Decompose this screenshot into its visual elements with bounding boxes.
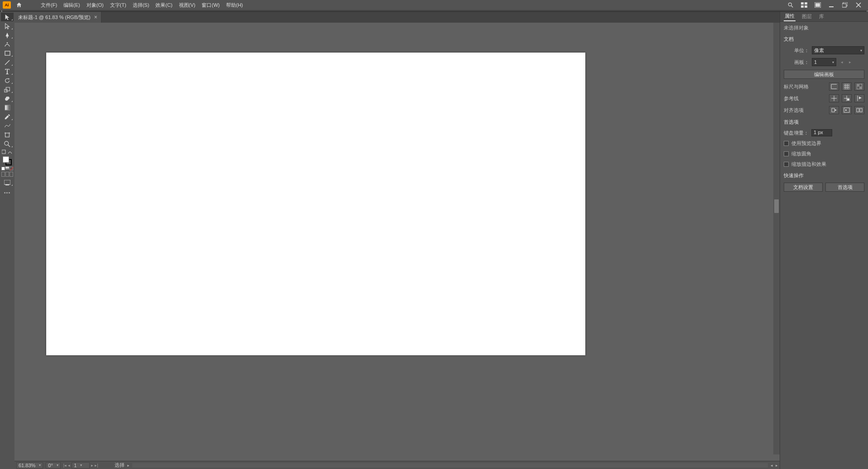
screen-mode-icon[interactable] <box>814 1 822 9</box>
color-none-icon[interactable] <box>10 167 13 170</box>
menu-effect[interactable]: 效果(C) <box>153 1 175 10</box>
menu-select[interactable]: 选择(S) <box>130 1 152 10</box>
align-selection-icon[interactable] <box>854 106 864 114</box>
keyboard-increment-label: 键盘增量： <box>784 130 809 136</box>
nav-last-icon[interactable]: ▸| <box>95 463 98 468</box>
fill-stroke-swatch[interactable] <box>3 156 12 165</box>
draw-behind-icon[interactable] <box>5 172 9 177</box>
section-document: 文档 <box>784 36 864 43</box>
menu-type[interactable]: 文字(T) <box>107 1 129 10</box>
tool-misc-row[interactable] <box>1 149 14 155</box>
color-mode-row[interactable] <box>1 167 13 170</box>
tool-rectangle[interactable] <box>1 49 14 58</box>
document-setup-button[interactable]: 文档设置 <box>784 183 823 192</box>
tool-eyedropper[interactable] <box>1 112 14 121</box>
hscroll-left-icon[interactable]: ◂ <box>771 463 773 468</box>
section-quick: 快速操作 <box>784 172 864 179</box>
guides-lock-icon[interactable] <box>842 94 852 102</box>
menu-help[interactable]: 帮助(H) <box>223 1 246 10</box>
menu-file[interactable]: 文件(F) <box>38 1 60 10</box>
status-menu-icon[interactable]: ▸ <box>127 463 130 468</box>
tool-zoom[interactable] <box>1 140 14 148</box>
svg-point-24 <box>5 141 9 145</box>
tool-gradient[interactable] <box>1 103 14 112</box>
scrollbar-thumb[interactable] <box>774 199 779 213</box>
tool-type[interactable] <box>1 67 14 76</box>
svg-rect-36 <box>847 99 849 101</box>
fill-color[interactable] <box>3 156 9 163</box>
vertical-scrollbar[interactable] <box>773 23 780 454</box>
artboard-index-field[interactable]: 1 <box>72 462 90 469</box>
document-tab[interactable]: 未标题-1 @ 61.83 % (RGB/预览) × <box>14 12 101 23</box>
tool-selection[interactable] <box>1 13 14 21</box>
grid-icon[interactable] <box>842 82 852 91</box>
svg-rect-26 <box>2 150 5 154</box>
align-key-object-icon[interactable] <box>829 106 839 114</box>
window-restore-icon[interactable] <box>841 1 849 9</box>
preferences-button[interactable]: 首选项 <box>825 183 864 192</box>
nav-first-icon[interactable]: |◂ <box>63 463 67 468</box>
ruler-icon[interactable] <box>829 82 839 91</box>
tool-artboard[interactable] <box>1 131 14 139</box>
edit-toolbar-icon[interactable]: ••• <box>4 190 11 195</box>
svg-rect-40 <box>857 108 859 112</box>
artboard-select[interactable]: 1 <box>812 58 836 66</box>
expand-right-icon[interactable]: ‹‹ <box>867 9 867 13</box>
edit-artboard-button[interactable]: 编辑画板 <box>784 70 864 79</box>
search-icon[interactable] <box>786 1 795 9</box>
units-select[interactable]: 像素 <box>812 46 864 54</box>
tool-pen[interactable] <box>1 31 14 39</box>
horizontal-scrollbar[interactable] <box>132 463 768 468</box>
draw-inside-icon[interactable] <box>10 172 13 177</box>
tool-line[interactable] <box>1 58 14 67</box>
guides-show-icon[interactable] <box>829 94 839 102</box>
window-minimize-icon[interactable] <box>827 1 835 9</box>
artboard[interactable] <box>46 53 585 355</box>
tool-curvature[interactable] <box>1 40 14 48</box>
menu-window[interactable]: 窗口(W) <box>199 1 222 10</box>
window-close-icon[interactable] <box>854 1 863 9</box>
tool-blend[interactable] <box>1 121 14 130</box>
home-icon[interactable] <box>15 1 23 9</box>
artboard-next-icon[interactable]: ▸ <box>847 60 853 64</box>
checkbox-scale-corners[interactable]: 缩放圆角 <box>784 150 864 157</box>
tab-properties[interactable]: 属性 <box>784 12 796 21</box>
section-guides: 参考线 <box>784 95 826 102</box>
nav-next-icon[interactable]: ▸ <box>91 463 93 468</box>
smart-guides-icon[interactable] <box>854 94 864 102</box>
align-artboard-icon[interactable] <box>842 106 852 114</box>
artboard-prev-icon[interactable]: ◂ <box>839 60 844 64</box>
draw-normal-icon[interactable] <box>1 172 5 177</box>
canvas[interactable] <box>14 23 780 461</box>
nav-prev-icon[interactable]: ◂ <box>68 463 70 468</box>
tab-layers[interactable]: 图层 <box>801 12 813 21</box>
hscroll-right-icon[interactable]: ▸ <box>776 463 778 468</box>
checkbox-scale-strokes[interactable]: 缩放描边和效果 <box>784 161 864 168</box>
draw-mode-row[interactable] <box>1 172 13 177</box>
tool-direct-selection[interactable] <box>1 22 14 30</box>
keyboard-increment-input[interactable]: 1 px <box>811 129 832 136</box>
transparency-grid-icon[interactable] <box>854 82 864 91</box>
menu-object[interactable]: 对象(O) <box>84 1 106 10</box>
rotation-field[interactable]: 0° <box>46 462 61 469</box>
app-logo-icon: Ai <box>3 1 11 9</box>
artboard-label: 画板： <box>784 59 809 66</box>
tab-libraries[interactable]: 库 <box>818 12 825 21</box>
close-tab-icon[interactable]: × <box>94 14 97 20</box>
color-gradient-icon[interactable] <box>5 167 9 170</box>
tool-eraser[interactable] <box>1 94 14 103</box>
screen-mode-tool[interactable] <box>1 178 14 187</box>
tool-rotate[interactable] <box>1 76 14 85</box>
menu-edit[interactable]: 编辑(E) <box>61 1 83 10</box>
document-tab-bar: 未标题-1 @ 61.83 % (RGB/预览) × <box>14 12 780 23</box>
svg-line-15 <box>5 60 10 65</box>
arrange-icon[interactable] <box>800 1 808 9</box>
tool-scale[interactable] <box>1 85 14 94</box>
menu-view[interactable]: 视图(V) <box>176 1 198 10</box>
svg-rect-3 <box>805 2 807 5</box>
section-align: 对齐选项 <box>784 107 826 114</box>
svg-rect-14 <box>5 51 10 55</box>
checkbox-preview-bounds[interactable]: 使用预览边界 <box>784 140 864 147</box>
color-solid-icon[interactable] <box>1 167 5 170</box>
zoom-field[interactable]: 61.83% <box>16 462 43 469</box>
